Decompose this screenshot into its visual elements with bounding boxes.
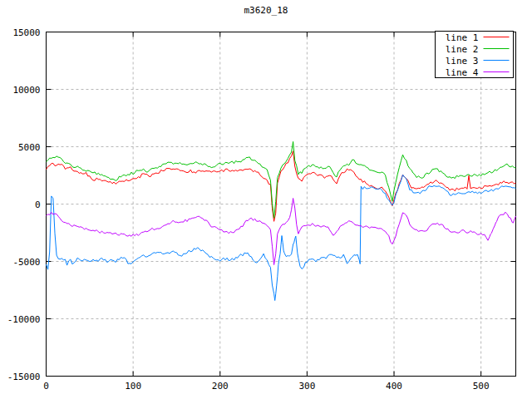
y-tick-label: 5000 bbox=[18, 142, 41, 153]
x-tick-label: 200 bbox=[212, 381, 229, 392]
series-4-trace bbox=[47, 199, 516, 265]
plot-canvas: -15000-10000-500005000100001500001002003… bbox=[0, 0, 532, 399]
x-tick-label: 100 bbox=[125, 381, 141, 392]
legend-label: line 4 bbox=[446, 67, 479, 78]
y-tick-label: -10000 bbox=[7, 314, 41, 325]
y-tick-label: 0 bbox=[35, 200, 41, 210]
y-tick-label: -5000 bbox=[12, 257, 40, 268]
legend-label: line 3 bbox=[446, 56, 479, 66]
x-tick-label: 300 bbox=[298, 381, 315, 392]
series-1-trace bbox=[47, 151, 516, 221]
x-tick-label: 0 bbox=[43, 381, 49, 392]
y-tick-label: 10000 bbox=[12, 85, 40, 96]
legend-label: line 2 bbox=[446, 44, 479, 55]
series-2-trace bbox=[47, 141, 516, 218]
series-3-trace bbox=[47, 175, 516, 300]
y-tick-label: 15000 bbox=[12, 27, 40, 38]
legend-label: line 1 bbox=[446, 32, 479, 43]
x-tick-label: 500 bbox=[473, 381, 490, 392]
chart-window: m3620_18 -15000-10000-500005000100001500… bbox=[0, 0, 532, 399]
y-tick-label: -15000 bbox=[7, 372, 41, 382]
x-tick-label: 400 bbox=[386, 381, 402, 392]
